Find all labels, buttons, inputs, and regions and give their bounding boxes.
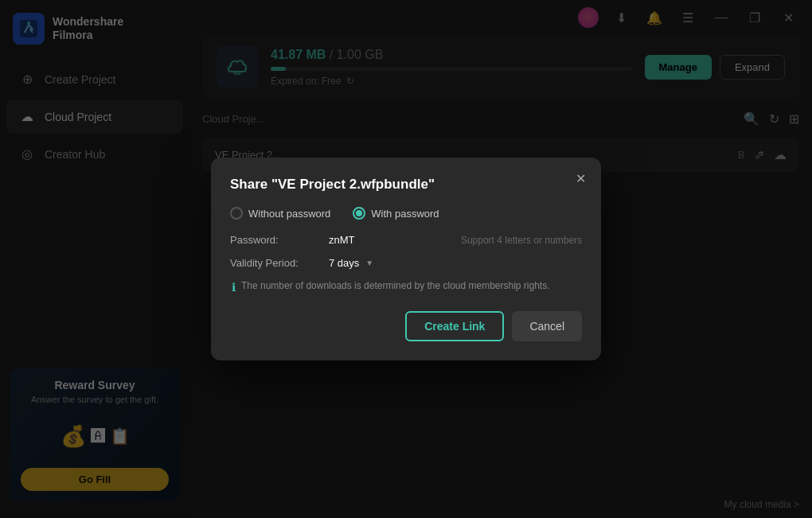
validity-value: 7 days — [329, 257, 359, 269]
close-icon: ✕ — [576, 171, 586, 186]
no-password-radio[interactable] — [230, 207, 243, 220]
password-hint: Support 4 letters or numbers — [461, 235, 582, 246]
password-value: znMT — [329, 234, 450, 246]
validity-row: Validity Period: 7 days ▼ — [230, 257, 582, 269]
no-password-label: Without password — [248, 208, 330, 220]
modal-title: Share "VE Project 2.wfpbundle" — [230, 177, 582, 193]
modal-footer: Create Link Cancel — [230, 311, 582, 341]
password-radio-group: Without password With password — [230, 207, 582, 220]
modal-overlay: ✕ Share "VE Project 2.wfpbundle" Without… — [0, 0, 812, 518]
with-password-radio[interactable] — [353, 207, 365, 220]
password-row: Password: znMT Support 4 letters or numb… — [230, 234, 582, 246]
validity-label: Validity Period: — [230, 257, 318, 269]
validity-dropdown-icon: ▼ — [365, 259, 373, 267]
cancel-button[interactable]: Cancel — [512, 311, 582, 341]
share-modal: ✕ Share "VE Project 2.wfpbundle" Without… — [211, 158, 601, 360]
info-text: The number of downloads is determined by… — [241, 280, 550, 291]
with-password-label: With password — [371, 208, 439, 220]
with-password-option[interactable]: With password — [353, 207, 439, 220]
modal-close-button[interactable]: ✕ — [571, 169, 590, 188]
info-icon: ℹ — [232, 281, 236, 294]
password-label: Password: — [230, 234, 318, 246]
info-row: ℹ The number of downloads is determined … — [230, 280, 582, 294]
no-password-option[interactable]: Without password — [230, 207, 330, 220]
create-link-button[interactable]: Create Link — [405, 311, 504, 341]
validity-select[interactable]: 7 days ▼ — [329, 257, 373, 269]
